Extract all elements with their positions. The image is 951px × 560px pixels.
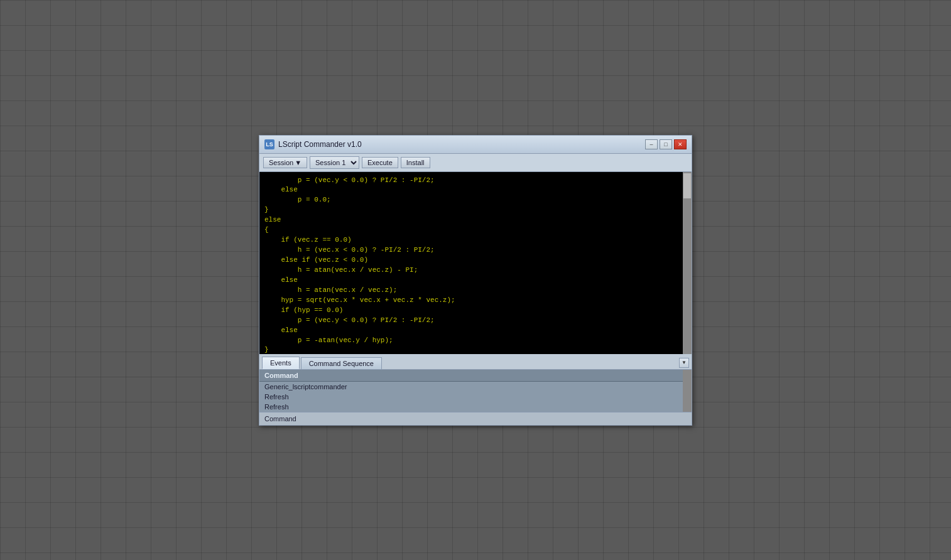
title-bar-left: LS LScript Commander v1.0 <box>264 139 362 149</box>
window-controls: – □ ✕ <box>645 139 687 149</box>
session-button[interactable]: Session ▼ <box>263 157 307 168</box>
events-column-header: Command <box>259 370 692 382</box>
code-editor[interactable]: p = (vec.y < 0.0) ? PI/2 : -PI/2; else p… <box>259 172 692 354</box>
events-scrollbar[interactable] <box>683 370 692 412</box>
code-content: p = (vec.y < 0.0) ? PI/2 : -PI/2; else p… <box>264 176 687 354</box>
app-icon: LS <box>264 139 274 149</box>
title-bar: LS LScript Commander v1.0 – □ ✕ <box>259 136 692 154</box>
tab-arrow-button[interactable]: ▼ <box>679 358 689 368</box>
tab-command-sequence[interactable]: Command Sequence <box>301 357 382 369</box>
window-title: LScript Commander v1.0 <box>278 140 362 149</box>
close-button[interactable]: ✕ <box>674 139 687 149</box>
tab-events[interactable]: Events <box>262 357 300 369</box>
main-window: LS LScript Commander v1.0 – □ ✕ Session … <box>259 135 692 426</box>
session-dropdown[interactable]: Session 1 <box>310 156 359 169</box>
tabs-row: Events Command Sequence ▼ <box>259 354 692 370</box>
code-scrollbar[interactable] <box>683 172 692 354</box>
minimize-button[interactable]: – <box>645 139 658 149</box>
list-item[interactable]: Generic_lscriptcommander <box>259 382 692 392</box>
scrollbar-thumb <box>683 173 691 198</box>
events-panel: Command Generic_lscriptcommanderRefreshR… <box>259 370 692 412</box>
events-list: Generic_lscriptcommanderRefreshRefresh <box>259 382 692 412</box>
list-item[interactable]: Refresh <box>259 402 692 412</box>
execute-button[interactable]: Execute <box>362 157 398 168</box>
list-item[interactable]: Refresh <box>259 392 692 402</box>
command-label: Command <box>264 415 296 423</box>
maximize-button[interactable]: □ <box>660 139 672 149</box>
bottom-bar: Command <box>259 412 692 425</box>
install-button[interactable]: Install <box>401 157 430 168</box>
toolbar: Session ▼ Session 1 Execute Install <box>259 154 692 172</box>
